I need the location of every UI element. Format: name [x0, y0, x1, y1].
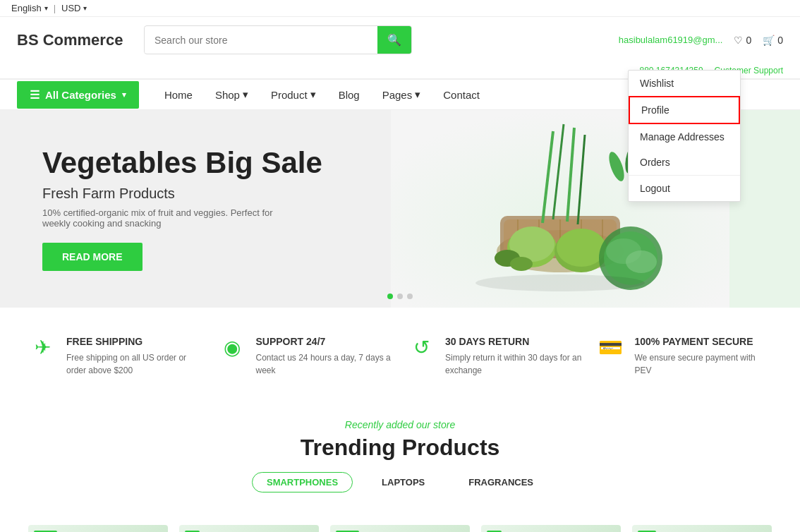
- pages-label: Pages: [382, 89, 413, 101]
- dropdown-item-profile[interactable]: Profile: [629, 96, 740, 124]
- search-button[interactable]: 🔍: [377, 26, 411, 54]
- support-desc: Contact us 24 hours a day, 7 days a week: [256, 351, 394, 377]
- product-card-2[interactable]: -5 📱: [179, 525, 319, 532]
- hero-content: Vegetables Big Sale Fresh Farm Products …: [0, 119, 365, 298]
- product-card-4[interactable]: -5 📱: [481, 525, 621, 532]
- return-icon: ↺: [407, 336, 435, 359]
- search-icon: 🔍: [387, 34, 401, 46]
- shop-label: Shop: [215, 89, 240, 101]
- free-shipping-desc: Free shipping on all US order or order a…: [66, 351, 204, 377]
- support-title: SUPPORT 24/7: [256, 336, 394, 347]
- tab-smartphones[interactable]: SMARTPHONES: [252, 472, 353, 492]
- cart-count: 0: [777, 35, 783, 46]
- hero-title: Vegetables Big Sale: [42, 147, 322, 179]
- nav-item-shop[interactable]: Shop ▾: [204, 80, 260, 109]
- product-label: Product: [271, 89, 308, 101]
- svg-point-16: [557, 229, 606, 267]
- shop-chevron-icon: ▾: [243, 88, 248, 101]
- read-more-button[interactable]: READ MORE: [42, 243, 143, 271]
- logo[interactable]: BS Commerce: [17, 31, 130, 49]
- all-categories-label: All Categories: [45, 89, 116, 101]
- plane-icon: ✈: [28, 336, 56, 359]
- feature-free-shipping: ✈ Free Shipping Free shipping on all US …: [28, 336, 204, 377]
- search-bar: 🔍: [144, 25, 412, 54]
- feature-free-shipping-content: Free Shipping Free shipping on all US or…: [66, 336, 204, 377]
- language-selector[interactable]: English ▾: [11, 3, 48, 13]
- dot-1[interactable]: [387, 294, 393, 299]
- cart-icon: 🛒: [763, 35, 775, 46]
- return-desc: Simply return it within 30 days for an e…: [445, 351, 583, 377]
- feature-payment-content: 100% PAYMENT SECURE We ensure secure pay…: [635, 336, 772, 377]
- cart-button[interactable]: 🛒 0: [763, 35, 783, 46]
- product-image-2: 📱: [179, 525, 319, 532]
- nav-item-blog[interactable]: Blog: [327, 80, 371, 109]
- categories-chevron-icon: ▾: [122, 90, 126, 99]
- hero-subtitle: Fresh Farm Products: [42, 186, 322, 202]
- tab-laptops[interactable]: LAPTOPS: [367, 472, 440, 492]
- trending-subtitle: Recently added our store: [28, 419, 772, 430]
- heart-icon: ♡: [734, 35, 743, 46]
- nav-item-product[interactable]: Product ▾: [260, 80, 327, 109]
- nav-links: Home Shop ▾ Product ▾ Blog Pages ▾ Conta…: [153, 80, 491, 109]
- dot-2[interactable]: [397, 294, 403, 299]
- hamburger-icon: ☰: [30, 88, 40, 102]
- free-shipping-title: Free Shipping: [66, 336, 204, 347]
- feature-return-content: 30 DAYS RETURN Simply return it within 3…: [445, 336, 583, 377]
- hero-dots: [387, 294, 413, 299]
- feature-support-content: SUPPORT 24/7 Contact us 24 hours a day, …: [256, 336, 394, 377]
- products-row: Sale 📱 -5 📱 Sale 📱 -5 📱 -10 📱: [0, 525, 800, 532]
- currency-selector[interactable]: USD ▾: [61, 3, 87, 13]
- payment-icon: 💳: [597, 336, 625, 359]
- dropdown-item-logout[interactable]: Logout: [629, 176, 740, 201]
- feature-support: ◉ SUPPORT 24/7 Contact us 24 hours a day…: [218, 336, 394, 377]
- nav-item-contact[interactable]: Contact: [432, 80, 491, 109]
- separator: |: [54, 3, 56, 13]
- trending-tabs: SMARTPHONES LAPTOPS FRAGRANCES: [28, 472, 772, 492]
- language-label: English: [11, 3, 42, 13]
- svg-point-25: [475, 274, 645, 291]
- dropdown-item-orders[interactable]: Orders: [629, 150, 740, 175]
- product-card-5[interactable]: -10 📱: [632, 525, 772, 532]
- product-card-1[interactable]: Sale 📱: [28, 525, 168, 532]
- product-image-4: 📱: [481, 525, 621, 532]
- dot-3[interactable]: [407, 294, 413, 299]
- wishlist-count: 0: [746, 35, 751, 46]
- return-title: 30 DAYS RETURN: [445, 336, 583, 347]
- all-categories-button[interactable]: ☰ All Categories ▾: [17, 81, 139, 109]
- feature-return: ↺ 30 DAYS RETURN Simply return it within…: [407, 336, 583, 377]
- header: BS Commerce 🔍 hasibulalam61919@gm... ♡ 0…: [0, 17, 800, 63]
- language-chevron-icon: ▾: [44, 4, 48, 12]
- nav-item-pages[interactable]: Pages ▾: [371, 80, 432, 109]
- blog-label: Blog: [339, 89, 360, 101]
- hero-description: 10% certified-organic mix of fruit and v…: [42, 207, 296, 229]
- currency-label: USD: [61, 3, 80, 13]
- user-dropdown-menu: Wishlist Profile Manage Addresses Orders…: [628, 70, 741, 202]
- header-right: hasibulalam61919@gm... ♡ 0 🛒 0 Wishlist …: [619, 35, 783, 46]
- tab-fragrances[interactable]: FRAGRANCES: [454, 472, 548, 492]
- contact-label: Contact: [443, 89, 480, 101]
- trending-section: Recently added our store Trending Produc…: [0, 405, 800, 525]
- support-icon: ◉: [218, 336, 246, 359]
- payment-desc: We ensure secure payment with PEV: [635, 351, 772, 377]
- wishlist-button[interactable]: ♡ 0: [734, 35, 751, 46]
- nav-item-home[interactable]: Home: [153, 80, 204, 109]
- product-chevron-icon: ▾: [310, 88, 316, 101]
- currency-chevron-icon: ▾: [83, 4, 87, 12]
- svg-point-20: [626, 250, 657, 273]
- product-card-3[interactable]: Sale 📱: [330, 525, 470, 532]
- pages-chevron-icon: ▾: [415, 88, 420, 101]
- trending-title: Trending Products: [28, 435, 772, 461]
- dropdown-item-wishlist[interactable]: Wishlist: [629, 71, 740, 96]
- payment-title: 100% PAYMENT SECURE: [635, 336, 772, 347]
- feature-payment: 💳 100% PAYMENT SECURE We ensure secure p…: [597, 336, 772, 377]
- search-input[interactable]: [145, 28, 377, 53]
- features-section: ✈ Free Shipping Free shipping on all US …: [0, 308, 800, 405]
- top-bar: English ▾ | USD ▾: [0, 0, 800, 17]
- home-label: Home: [164, 89, 193, 101]
- svg-point-22: [510, 257, 533, 271]
- dropdown-item-manage-addresses[interactable]: Manage Addresses: [629, 124, 740, 150]
- user-email[interactable]: hasibulalam61919@gm...: [619, 35, 723, 45]
